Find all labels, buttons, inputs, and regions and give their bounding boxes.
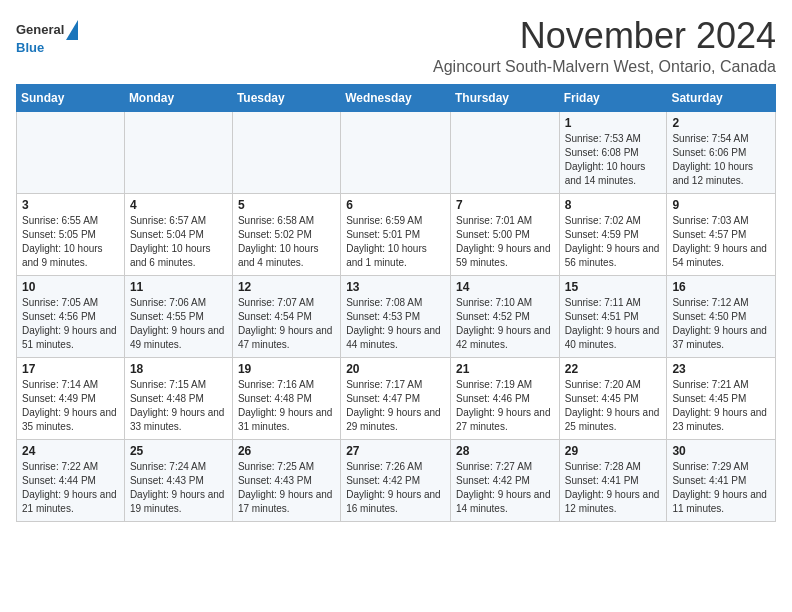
day-info: Sunrise: 7:20 AM Sunset: 4:45 PM Dayligh… bbox=[565, 378, 662, 434]
page-header: General Blue November 2024 Agincourt Sou… bbox=[16, 16, 776, 76]
day-info: Sunrise: 7:06 AM Sunset: 4:55 PM Dayligh… bbox=[130, 296, 227, 352]
day-number: 24 bbox=[22, 444, 119, 458]
day-info: Sunrise: 7:01 AM Sunset: 5:00 PM Dayligh… bbox=[456, 214, 554, 270]
day-number: 14 bbox=[456, 280, 554, 294]
day-info: Sunrise: 6:57 AM Sunset: 5:04 PM Dayligh… bbox=[130, 214, 227, 270]
calendar-cell: 8Sunrise: 7:02 AM Sunset: 4:59 PM Daylig… bbox=[559, 193, 667, 275]
day-number: 11 bbox=[130, 280, 227, 294]
calendar-cell: 2Sunrise: 7:54 AM Sunset: 6:06 PM Daylig… bbox=[667, 111, 776, 193]
day-info: Sunrise: 7:54 AM Sunset: 6:06 PM Dayligh… bbox=[672, 132, 770, 188]
day-info: Sunrise: 7:14 AM Sunset: 4:49 PM Dayligh… bbox=[22, 378, 119, 434]
day-header-friday: Friday bbox=[559, 84, 667, 111]
day-number: 1 bbox=[565, 116, 662, 130]
day-info: Sunrise: 7:07 AM Sunset: 4:54 PM Dayligh… bbox=[238, 296, 335, 352]
day-number: 23 bbox=[672, 362, 770, 376]
day-info: Sunrise: 7:28 AM Sunset: 4:41 PM Dayligh… bbox=[565, 460, 662, 516]
calendar-cell: 29Sunrise: 7:28 AM Sunset: 4:41 PM Dayli… bbox=[559, 439, 667, 521]
day-info: Sunrise: 7:19 AM Sunset: 4:46 PM Dayligh… bbox=[456, 378, 554, 434]
calendar-cell: 28Sunrise: 7:27 AM Sunset: 4:42 PM Dayli… bbox=[450, 439, 559, 521]
week-row-0: 1Sunrise: 7:53 AM Sunset: 6:08 PM Daylig… bbox=[17, 111, 776, 193]
logo-general-text: General bbox=[16, 22, 64, 37]
day-info: Sunrise: 6:55 AM Sunset: 5:05 PM Dayligh… bbox=[22, 214, 119, 270]
calendar-cell: 5Sunrise: 6:58 AM Sunset: 5:02 PM Daylig… bbox=[232, 193, 340, 275]
logo: General Blue bbox=[16, 20, 64, 56]
calendar-cell: 3Sunrise: 6:55 AM Sunset: 5:05 PM Daylig… bbox=[17, 193, 125, 275]
day-info: Sunrise: 7:15 AM Sunset: 4:48 PM Dayligh… bbox=[130, 378, 227, 434]
month-title: November 2024 bbox=[84, 16, 776, 56]
day-number: 15 bbox=[565, 280, 662, 294]
day-info: Sunrise: 7:25 AM Sunset: 4:43 PM Dayligh… bbox=[238, 460, 335, 516]
day-info: Sunrise: 7:26 AM Sunset: 4:42 PM Dayligh… bbox=[346, 460, 445, 516]
title-area: November 2024 Agincourt South-Malvern We… bbox=[84, 16, 776, 76]
day-number: 5 bbox=[238, 198, 335, 212]
day-number: 10 bbox=[22, 280, 119, 294]
day-number: 30 bbox=[672, 444, 770, 458]
day-number: 6 bbox=[346, 198, 445, 212]
day-number: 4 bbox=[130, 198, 227, 212]
day-number: 2 bbox=[672, 116, 770, 130]
day-header-saturday: Saturday bbox=[667, 84, 776, 111]
calendar-cell bbox=[341, 111, 451, 193]
day-number: 26 bbox=[238, 444, 335, 458]
day-number: 29 bbox=[565, 444, 662, 458]
calendar-cell: 26Sunrise: 7:25 AM Sunset: 4:43 PM Dayli… bbox=[232, 439, 340, 521]
day-number: 28 bbox=[456, 444, 554, 458]
week-row-3: 17Sunrise: 7:14 AM Sunset: 4:49 PM Dayli… bbox=[17, 357, 776, 439]
calendar-cell: 20Sunrise: 7:17 AM Sunset: 4:47 PM Dayli… bbox=[341, 357, 451, 439]
day-header-sunday: Sunday bbox=[17, 84, 125, 111]
day-number: 9 bbox=[672, 198, 770, 212]
calendar-cell: 21Sunrise: 7:19 AM Sunset: 4:46 PM Dayli… bbox=[450, 357, 559, 439]
day-info: Sunrise: 7:02 AM Sunset: 4:59 PM Dayligh… bbox=[565, 214, 662, 270]
day-number: 16 bbox=[672, 280, 770, 294]
day-number: 12 bbox=[238, 280, 335, 294]
calendar-cell: 23Sunrise: 7:21 AM Sunset: 4:45 PM Dayli… bbox=[667, 357, 776, 439]
calendar-cell: 25Sunrise: 7:24 AM Sunset: 4:43 PM Dayli… bbox=[124, 439, 232, 521]
day-header-thursday: Thursday bbox=[450, 84, 559, 111]
calendar-cell: 22Sunrise: 7:20 AM Sunset: 4:45 PM Dayli… bbox=[559, 357, 667, 439]
day-info: Sunrise: 7:08 AM Sunset: 4:53 PM Dayligh… bbox=[346, 296, 445, 352]
calendar-cell: 16Sunrise: 7:12 AM Sunset: 4:50 PM Dayli… bbox=[667, 275, 776, 357]
calendar-cell: 15Sunrise: 7:11 AM Sunset: 4:51 PM Dayli… bbox=[559, 275, 667, 357]
day-header-monday: Monday bbox=[124, 84, 232, 111]
day-info: Sunrise: 7:16 AM Sunset: 4:48 PM Dayligh… bbox=[238, 378, 335, 434]
day-header-wednesday: Wednesday bbox=[341, 84, 451, 111]
day-header-tuesday: Tuesday bbox=[232, 84, 340, 111]
days-header-row: SundayMondayTuesdayWednesdayThursdayFrid… bbox=[17, 84, 776, 111]
day-info: Sunrise: 7:53 AM Sunset: 6:08 PM Dayligh… bbox=[565, 132, 662, 188]
day-info: Sunrise: 6:59 AM Sunset: 5:01 PM Dayligh… bbox=[346, 214, 445, 270]
calendar-cell: 4Sunrise: 6:57 AM Sunset: 5:04 PM Daylig… bbox=[124, 193, 232, 275]
day-info: Sunrise: 7:12 AM Sunset: 4:50 PM Dayligh… bbox=[672, 296, 770, 352]
calendar-cell: 10Sunrise: 7:05 AM Sunset: 4:56 PM Dayli… bbox=[17, 275, 125, 357]
logo-blue-text: Blue bbox=[16, 40, 44, 55]
day-number: 3 bbox=[22, 198, 119, 212]
day-number: 17 bbox=[22, 362, 119, 376]
calendar-cell: 24Sunrise: 7:22 AM Sunset: 4:44 PM Dayli… bbox=[17, 439, 125, 521]
day-number: 19 bbox=[238, 362, 335, 376]
day-number: 21 bbox=[456, 362, 554, 376]
calendar-cell: 12Sunrise: 7:07 AM Sunset: 4:54 PM Dayli… bbox=[232, 275, 340, 357]
calendar-cell: 19Sunrise: 7:16 AM Sunset: 4:48 PM Dayli… bbox=[232, 357, 340, 439]
day-number: 20 bbox=[346, 362, 445, 376]
day-info: Sunrise: 7:24 AM Sunset: 4:43 PM Dayligh… bbox=[130, 460, 227, 516]
day-info: Sunrise: 7:22 AM Sunset: 4:44 PM Dayligh… bbox=[22, 460, 119, 516]
day-info: Sunrise: 7:21 AM Sunset: 4:45 PM Dayligh… bbox=[672, 378, 770, 434]
day-info: Sunrise: 7:03 AM Sunset: 4:57 PM Dayligh… bbox=[672, 214, 770, 270]
calendar-cell: 1Sunrise: 7:53 AM Sunset: 6:08 PM Daylig… bbox=[559, 111, 667, 193]
calendar-cell bbox=[124, 111, 232, 193]
calendar-table: SundayMondayTuesdayWednesdayThursdayFrid… bbox=[16, 84, 776, 522]
calendar-cell: 9Sunrise: 7:03 AM Sunset: 4:57 PM Daylig… bbox=[667, 193, 776, 275]
calendar-cell: 7Sunrise: 7:01 AM Sunset: 5:00 PM Daylig… bbox=[450, 193, 559, 275]
day-info: Sunrise: 7:11 AM Sunset: 4:51 PM Dayligh… bbox=[565, 296, 662, 352]
calendar-cell: 17Sunrise: 7:14 AM Sunset: 4:49 PM Dayli… bbox=[17, 357, 125, 439]
calendar-cell bbox=[232, 111, 340, 193]
calendar-cell: 11Sunrise: 7:06 AM Sunset: 4:55 PM Dayli… bbox=[124, 275, 232, 357]
calendar-cell bbox=[17, 111, 125, 193]
day-info: Sunrise: 7:10 AM Sunset: 4:52 PM Dayligh… bbox=[456, 296, 554, 352]
location-title: Agincourt South-Malvern West, Ontario, C… bbox=[84, 58, 776, 76]
day-number: 22 bbox=[565, 362, 662, 376]
day-info: Sunrise: 7:29 AM Sunset: 4:41 PM Dayligh… bbox=[672, 460, 770, 516]
day-number: 27 bbox=[346, 444, 445, 458]
day-number: 13 bbox=[346, 280, 445, 294]
day-number: 8 bbox=[565, 198, 662, 212]
calendar-cell bbox=[450, 111, 559, 193]
